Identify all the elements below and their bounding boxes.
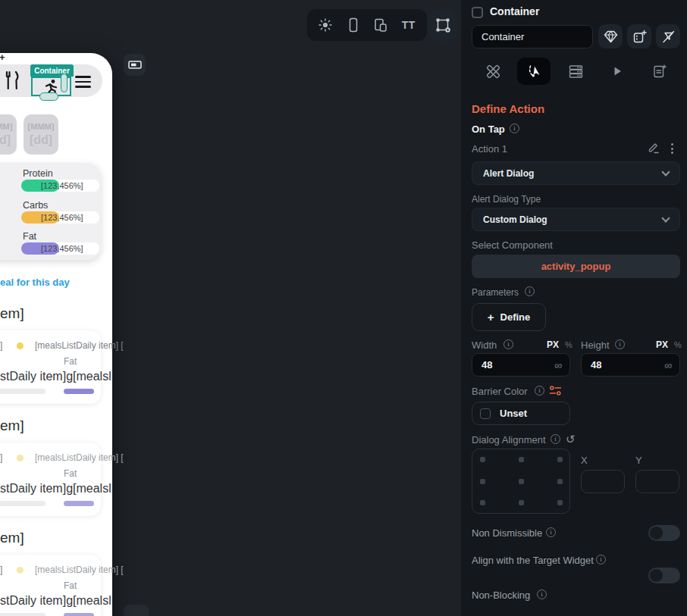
meal-card[interactable]: ] [mealsListDaily item] [ Fat stDaily it… [0,442,101,516]
date-chip-month: [MMM] [0,122,12,131]
align-dot[interactable] [480,479,485,484]
infinity-icon[interactable]: ∞ [664,359,672,371]
info-icon[interactable] [537,589,547,599]
align-dot[interactable] [480,500,485,505]
barrier-color-unset-button[interactable]: Unset [472,402,570,425]
component-select-button[interactable]: activity_popup [472,255,680,278]
create-component-button[interactable] [627,24,651,48]
magic-button[interactable] [656,24,680,48]
align-target-toggle[interactable] [648,568,680,583]
selection-handle-right[interactable] [61,73,67,92]
meal-bar-purple [64,389,94,394]
component-name: activity_popup [541,261,611,272]
align-dot[interactable] [519,500,524,505]
alignment-grid[interactable] [472,449,570,514]
meal-bar-gray [0,613,45,616]
info-icon[interactable] [510,124,519,133]
edit-action-button[interactable] [647,141,660,154]
trigger-label: On Tap [472,124,505,135]
tab-test[interactable] [601,58,634,85]
canvas-widget-toggle-button[interactable] [124,54,146,76]
align-dot[interactable] [519,457,524,462]
infinity-icon[interactable]: ∞ [554,359,562,371]
info-icon[interactable] [535,386,544,396]
align-dot[interactable] [519,479,524,484]
date-chip[interactable]: [MMM] [dd] [24,114,58,155]
server-icon [568,64,584,80]
align-dot[interactable] [557,479,563,484]
theme-button[interactable] [598,24,623,48]
dialog-type-label: Alert Dialog Type [472,194,541,205]
canvas-bottom-button[interactable] [124,605,149,616]
design-tools-icon [485,64,501,80]
info-icon[interactable] [551,434,560,444]
meal-item-label: [mealsListDaily item] [ [35,564,124,575]
non-dismissible-label: Non Dismissible [472,527,542,539]
y-input[interactable] [635,470,679,493]
tab-properties[interactable] [476,58,510,85]
action-type-dropdown[interactable]: Alert Dialog [472,161,680,185]
height-input[interactable]: 48 ∞ [581,353,680,377]
x-input[interactable] [581,470,625,493]
chevron-down-icon [661,167,670,176]
info-icon[interactable] [596,555,606,564]
meal-section-header: em] [0,530,24,546]
action-menu-button[interactable] [671,143,673,154]
tab-backend[interactable] [559,58,592,85]
width-px-unit[interactable]: PX [547,339,559,350]
width-input[interactable]: 48 ∞ [472,353,570,377]
tab-actions[interactable] [517,58,551,85]
meal-card[interactable]: ] [mealsListDaily item] [ Fat stDaily it… [0,555,101,616]
info-icon[interactable] [615,339,625,349]
nutrient-value: [123,456%] [41,213,83,222]
align-dot[interactable] [557,457,563,462]
add-meal-link[interactable]: eal for this day [0,277,70,288]
tab-docs[interactable] [642,58,676,85]
nutrient-bar: [123,456%] [21,180,99,192]
widget-name-input[interactable]: Container [472,25,593,48]
height-px-unit[interactable]: PX [656,339,668,350]
widget-select-checkbox[interactable] [472,7,483,18]
meal-dot-icon [17,567,24,574]
meal-card[interactable]: ] [mealsListDaily item] [ Fat stDaily it… [0,330,101,404]
menu-icon[interactable] [75,76,91,91]
nutrient-label: Protein [23,168,53,179]
align-dot[interactable] [557,500,563,505]
light-mode-button[interactable] [314,14,337,36]
height-percent-unit[interactable]: % [674,340,682,349]
meal-bar-gray [0,501,45,506]
nutrient-label: Fat [23,231,36,242]
cutoff-plus-icon: + [0,52,5,63]
dialog-type-dropdown[interactable]: Custom Dialog [472,208,680,231]
phone-preview-button[interactable] [342,14,365,36]
info-icon[interactable] [525,286,535,296]
align-target-label: Align with the Target Widget [472,555,594,566]
date-chip[interactable]: [MMM] [dd] [0,114,17,155]
pencil-icon [647,141,660,154]
align-dot[interactable] [480,457,485,462]
meal-detail: stDaily item]g[mealsl [0,594,111,608]
non-dismissible-toggle[interactable] [648,525,680,541]
parameters-label: Parameters [472,287,519,298]
reset-icon[interactable]: ↺ [566,433,576,445]
component-add-icon [632,30,647,44]
meal-item-label: [mealsListDaily item] [ [35,452,124,463]
info-icon[interactable] [546,527,556,537]
define-action-title: Define Action [472,102,544,115]
unset-checkbox[interactable] [480,408,491,419]
properties-panel: Container Container [461,0,687,616]
info-icon[interactable] [503,339,513,349]
meal-item-label: [mealsListDaily item] [ [35,340,124,351]
width-label: Width [472,339,497,351]
canvas-settings-button[interactable] [429,9,456,41]
meal-section-header: em] [0,305,24,322]
color-settings-button[interactable] [549,385,562,396]
width-percent-unit[interactable]: % [565,340,572,349]
actions-cursor-icon [526,64,542,80]
multi-device-button[interactable] [369,14,392,36]
barrier-color-label: Barrier Color [472,386,528,397]
selection-handle-bottom[interactable] [39,92,58,101]
text-scale-button[interactable]: TT [397,14,420,36]
define-parameters-button[interactable]: + Define [472,303,546,331]
select-component-label: Select Component [472,239,553,251]
